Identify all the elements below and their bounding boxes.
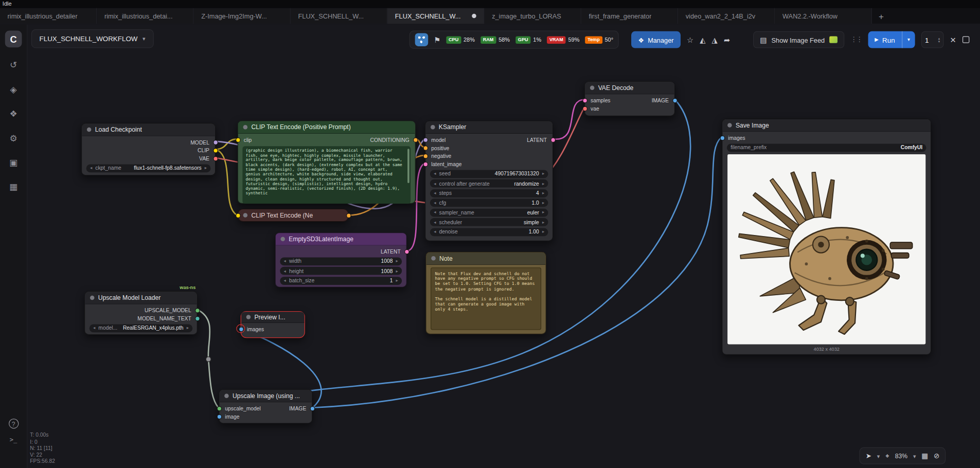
node-library-icon[interactable]: ⚙: [5, 129, 22, 147]
help-icon[interactable]: ?: [8, 419, 18, 428]
negative-input-port[interactable]: [423, 153, 428, 158]
scrollbar[interactable]: [407, 149, 409, 183]
fit-view-icon[interactable]: ⌖: [885, 452, 889, 460]
history-icon[interactable]: ↺: [5, 56, 22, 74]
widget-ckpt-name[interactable]: ◂ ckpt_name flux1-schnell-fp8.safetensor…: [86, 164, 211, 172]
tab-workflow-9[interactable]: WAN2.2.-Workflow: [775, 8, 871, 24]
collapse-dot-icon[interactable]: [87, 128, 92, 132]
image-output-port[interactable]: [310, 406, 315, 411]
model-library-icon[interactable]: ❖: [5, 105, 22, 122]
collapse-dot-icon[interactable]: [246, 315, 251, 319]
widget-cfg[interactable]: ◂ cfg 1.0 ▸: [430, 199, 548, 207]
widget-sampler-name[interactable]: ◂ sampler_name euler ▸: [430, 208, 548, 217]
latent-output-port[interactable]: [404, 249, 409, 254]
image-output-port[interactable]: [672, 98, 678, 103]
prism-icon-b[interactable]: ◮: [712, 35, 718, 44]
link-visibility-icon[interactable]: ⊘: [934, 452, 939, 460]
share-icon[interactable]: ➦: [724, 35, 730, 44]
tab-workflow-6[interactable]: z_image_turbo_LORAS: [485, 8, 581, 24]
collapse-dot-icon[interactable]: [727, 123, 732, 128]
widget-filename-prefix[interactable]: filename_prefix ComfyUI: [727, 143, 926, 152]
run-button[interactable]: ▶ Run ▾: [868, 31, 915, 48]
manager-button[interactable]: ❖ Manager: [631, 31, 681, 48]
upscale-model-output-port[interactable]: [194, 308, 200, 313]
widget-steps[interactable]: ◂ steps 4 ▸: [430, 189, 548, 197]
collapse-dot-icon[interactable]: [280, 237, 285, 241]
tab-workflow-2[interactable]: rimix_illustrious_detai...: [97, 8, 193, 24]
terminal-icon[interactable]: >_: [10, 436, 17, 443]
widget-model[interactable]: ◂ model... RealESRGAN_x4plus.pth ▸: [90, 324, 192, 332]
widget-batch-size[interactable]: ◂ batch_size 1 ▸: [280, 277, 402, 285]
node-preview-image[interactable]: Preview I... images: [241, 311, 305, 338]
node-upscale-image[interactable]: Upscale Image (using ... upscale_model I…: [219, 389, 312, 424]
tab-workflow-5-active[interactable]: FLUX_SCHNELL_W...: [387, 8, 484, 24]
upscale-model-input-port[interactable]: [217, 406, 222, 411]
new-workflow-button[interactable]: +: [872, 8, 890, 24]
conditioning-output-port[interactable]: [346, 213, 351, 218]
maximize-icon[interactable]: [963, 36, 969, 43]
node-header[interactable]: CLIP Text Encode (Ne: [238, 209, 348, 221]
node-header[interactable]: Note: [426, 253, 546, 265]
comfyui-logo[interactable]: C: [5, 31, 22, 48]
collapse-dot-icon[interactable]: [243, 125, 248, 130]
images-input-port[interactable]: [238, 327, 243, 332]
latent-output-port[interactable]: [550, 137, 556, 142]
tab-workflow-4[interactable]: FLUX_SCHNELL_W...: [291, 8, 387, 24]
collapse-dot-icon[interactable]: [224, 393, 229, 398]
prev-value-icon[interactable]: ◂: [90, 166, 92, 171]
node-ksampler[interactable]: KSampler model LATENT positive negative …: [425, 120, 553, 241]
queue-count-stepper[interactable]: ▴ ▾: [938, 37, 940, 43]
node-empty-sd3-latent-image[interactable]: EmptySD3LatentImage LATENT ◂ width 1008 …: [275, 232, 407, 287]
widget-scheduler[interactable]: ◂ scheduler simple ▸: [430, 218, 548, 226]
model-input-port[interactable]: [423, 137, 428, 142]
node-header[interactable]: KSampler: [425, 121, 553, 134]
node-load-checkpoint[interactable]: Load Checkpoint MODEL CLIP VAE ◂ ckpt_na…: [81, 123, 216, 175]
show-image-feed-button[interactable]: ▤ Show Image Feed: [753, 31, 844, 48]
samples-input-port[interactable]: [582, 98, 587, 103]
collapse-dot-icon[interactable]: [90, 296, 95, 300]
node-header[interactable]: Save Image: [722, 119, 931, 132]
tab-workflow-1[interactable]: rimix_illustrious_detailer: [0, 8, 97, 24]
vae-input-port[interactable]: [582, 106, 587, 111]
positive-input-port[interactable]: [423, 145, 428, 150]
clip-output-port[interactable]: [213, 148, 218, 153]
node-header[interactable]: Upscale Image (using ...: [219, 390, 312, 402]
queue-count-input[interactable]: 1 ▴ ▾: [921, 31, 944, 48]
pointer-tool-chevron-icon[interactable]: ▾: [877, 453, 880, 459]
node-header[interactable]: CLIP Text Encode (Positive Prompt): [238, 121, 415, 134]
model-output-port[interactable]: [213, 140, 218, 145]
node-note[interactable]: Note Note that Flux dev and schnell do n…: [425, 252, 546, 334]
prism-icon-a[interactable]: ◭: [700, 35, 705, 44]
node-header[interactable]: Upscale Model Loader: [85, 292, 197, 304]
prompt-textarea[interactable]: (graphic design illustration), a biomech…: [242, 146, 411, 204]
tab-workflow-3[interactable]: Z-Image-Img2Img-W...: [194, 8, 291, 24]
close-icon[interactable]: ✕: [950, 35, 956, 44]
zoom-level[interactable]: 83%: [895, 453, 907, 459]
node-header[interactable]: EmptySD3LatentImage: [276, 233, 406, 245]
templates-icon[interactable]: ▦: [5, 178, 22, 195]
image-input-port[interactable]: [217, 414, 222, 419]
collapse-dot-icon[interactable]: [431, 256, 436, 261]
collapse-dot-icon[interactable]: [243, 213, 248, 218]
widget-control-after-generate[interactable]: ◂ control after generate randomize ▸: [430, 179, 548, 188]
pointer-tool-icon[interactable]: ➤: [866, 452, 871, 460]
images-input-port[interactable]: [720, 135, 725, 140]
workflows-icon[interactable]: ◈: [5, 81, 22, 98]
collapse-dot-icon[interactable]: [590, 85, 595, 90]
latent-image-input-port[interactable]: [423, 161, 428, 167]
run-options-chevron-icon[interactable]: ▾: [902, 37, 915, 43]
node-vae-decode[interactable]: VAE Decode samples IMAGE vae: [584, 81, 675, 116]
vae-output-port[interactable]: [213, 156, 218, 161]
gallery-icon[interactable]: ▣: [5, 154, 22, 171]
workflow-name-button[interactable]: FLUX_SCHNELL_WORKFLOW ▾: [31, 29, 154, 48]
node-header[interactable]: Preview I...: [241, 312, 305, 323]
conditioning-output-port[interactable]: [413, 137, 418, 142]
star-icon[interactable]: ☆: [687, 35, 693, 44]
clip-input-port[interactable]: [235, 137, 240, 142]
widget-seed[interactable]: ◂ seed 490719673031320 ▸: [430, 170, 548, 178]
drag-handle-icon[interactable]: ⋮⋮: [850, 35, 862, 44]
widget-width[interactable]: ◂ width 1008 ▸: [280, 257, 402, 265]
bookmark-icon[interactable]: ⚑: [434, 35, 440, 44]
collapse-dot-icon[interactable]: [431, 125, 435, 130]
workspace-icon[interactable]: [415, 33, 429, 46]
